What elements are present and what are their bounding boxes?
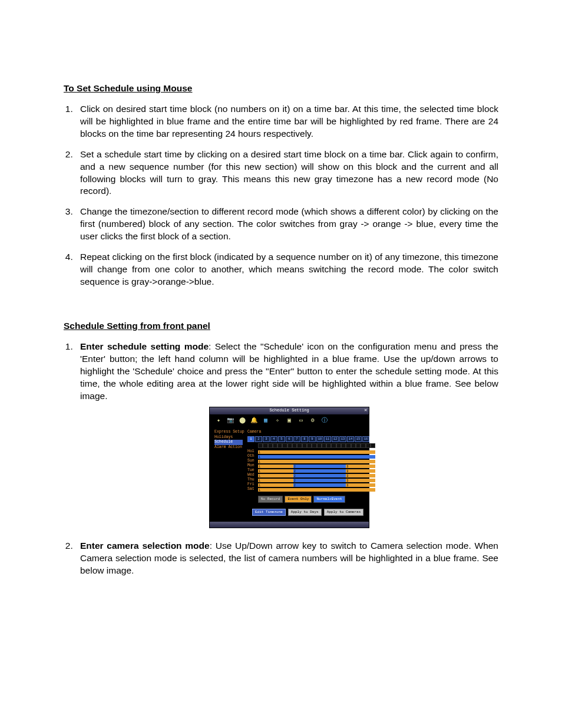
camera-button[interactable]: 4: [270, 436, 277, 442]
legend-normalevent: Normal+Event: [313, 496, 345, 503]
camera-button[interactable]: 5: [278, 436, 285, 442]
heading-frontpanel: Schedule Setting from front panel: [64, 320, 498, 332]
info-icon[interactable]: ⓘ: [320, 417, 329, 425]
bell-icon[interactable]: 🔔: [250, 417, 258, 425]
calendar-icon[interactable]: ▦: [262, 417, 270, 425]
camera-button[interactable]: 6: [286, 436, 293, 442]
storage-icon[interactable]: ▣: [285, 417, 293, 425]
window-title: Schedule Setting ✕: [210, 407, 369, 414]
camera-button[interactable]: 3: [263, 436, 270, 442]
sidebar-item-selected[interactable]: Schedule: [214, 440, 243, 445]
camera-button[interactable]: 12: [332, 436, 339, 442]
day-row[interactable]: Mon123: [247, 464, 375, 469]
network-icon[interactable]: ✧: [273, 417, 282, 425]
camera-button[interactable]: 7: [293, 436, 300, 442]
list-frontpanel: Enter schedule setting mode: Select the …: [64, 341, 498, 577]
camera-button[interactable]: 9: [309, 436, 316, 442]
legend-norecord: No Record: [258, 496, 283, 503]
day-row[interactable]: Wed123: [247, 473, 375, 478]
day-row[interactable]: Fri123: [247, 483, 375, 487]
legend: No Record Event Only Normal+Event: [258, 496, 375, 503]
sidebar-item[interactable]: Express Setup: [214, 430, 243, 435]
bold-label: Enter schedule setting mode: [80, 341, 209, 351]
camera-button[interactable]: 14: [347, 436, 354, 442]
apply-cameras-button[interactable]: Apply to Cameras: [324, 509, 364, 516]
camera-row: 1 2 3 4 5 6 7 8 9 10 11 12 13: [247, 436, 375, 442]
sidebar-item[interactable]: Holidays: [214, 435, 243, 440]
tool-icon[interactable]: ✦: [214, 417, 223, 425]
screenshot-schedule-setting: Schedule Setting ✕ ✦ 📷 ⬤ 🔔 ▦ ✧ ▣ ▭ ⚙ ⓘ: [209, 407, 369, 528]
camera-button[interactable]: 15: [355, 436, 362, 442]
camera-button[interactable]: 16: [362, 436, 369, 442]
apply-days-button[interactable]: Apply to Days: [288, 509, 322, 516]
camera-button[interactable]: 2: [255, 436, 262, 442]
day-row[interactable]: Oth1: [247, 454, 375, 459]
list-item: Enter schedule setting mode: Select the …: [75, 341, 498, 528]
button-row: Edit Timezone Apply to Days Apply to Cam…: [252, 509, 375, 516]
bold-label: Enter camera selection mode: [80, 541, 210, 551]
camera-button[interactable]: 8: [301, 436, 308, 442]
camera-button[interactable]: 1: [247, 436, 254, 442]
list-item: Repeat clicking on the first block (indi…: [75, 251, 498, 288]
record-icon[interactable]: ⬤: [238, 417, 246, 425]
list-item: Change the timezone/section to different…: [75, 206, 498, 243]
day-row[interactable]: Hol1: [247, 450, 375, 454]
display-icon[interactable]: ▭: [297, 417, 305, 425]
edit-timezone-button[interactable]: Edit Timezone: [252, 509, 286, 516]
toolbar: ✦ 📷 ⬤ 🔔 ▦ ✧ ▣ ▭ ⚙ ⓘ: [210, 414, 369, 427]
camera-icon[interactable]: 📷: [226, 417, 234, 425]
close-icon[interactable]: ✕: [364, 408, 367, 413]
sidebar-item[interactable]: Alarm Action: [214, 445, 243, 450]
day-row[interactable]: Sat1: [247, 487, 375, 492]
day-row[interactable]: Thu123: [247, 478, 375, 483]
camera-button[interactable]: 10: [316, 436, 323, 442]
heading-mouse: To Set Schedule using Mouse: [64, 83, 498, 95]
gear-icon[interactable]: ⚙: [309, 417, 317, 425]
sidebar: Express Setup Holidays Schedule Alarm Ac…: [214, 430, 243, 516]
status-bar: [210, 522, 369, 528]
camera-button[interactable]: 13: [339, 436, 346, 442]
list-mouse: Click on desired start time block (no nu…: [64, 103, 498, 288]
list-item: Enter camera selection mode: Use Up/Down…: [75, 540, 498, 577]
list-item: Click on desired start time block (no nu…: [75, 103, 498, 140]
hour-header: [258, 443, 375, 448]
camera-label: Camera: [247, 430, 375, 435]
legend-eventonly: Event Only: [285, 496, 312, 503]
day-row[interactable]: Sun1: [247, 459, 375, 464]
schedule-panel: Camera 1 2 3 4 5 6 7 8 9 10 11: [247, 430, 375, 516]
day-row[interactable]: Tue123: [247, 469, 375, 473]
list-item: Set a schedule start time by clicking on…: [75, 149, 498, 198]
camera-button[interactable]: 11: [324, 436, 331, 442]
